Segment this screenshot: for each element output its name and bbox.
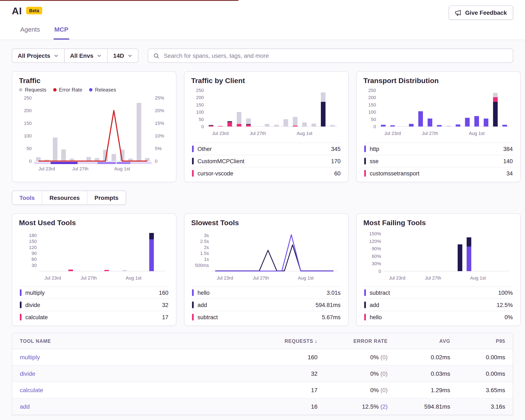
series-label: add [370, 302, 493, 308]
list-item[interactable]: hello 3.01s [191, 286, 341, 299]
slowest-tools-card: Slowest Tools 3s2.5s2s1.5s1s500msJul 23r… [184, 213, 349, 326]
traffic-chart: 25020015010050025%20%15%10%5%0Jul 23rdJu… [19, 94, 169, 174]
svg-text:Aug 1st: Aug 1st [114, 166, 130, 171]
list-item[interactable]: CustomMCPClient 170 [191, 155, 341, 167]
date-range-dropdown[interactable]: 14D [108, 48, 138, 63]
svg-text:30: 30 [32, 263, 37, 268]
list-item[interactable]: customssetransport 34 [363, 167, 514, 179]
env-filter-label: All Envs [70, 52, 94, 59]
series-color-pill [364, 289, 366, 296]
toggle-prompts[interactable]: Prompts [87, 191, 126, 204]
series-color-pill [364, 146, 366, 152]
list-item[interactable]: hello 0% [363, 311, 514, 323]
series-label: divide [25, 302, 158, 308]
tool-link[interactable]: divide [20, 370, 35, 377]
svg-text:Aug 1st: Aug 1st [470, 275, 486, 281]
series-label: cursor-vscode [197, 170, 330, 176]
toggle-tools[interactable]: Tools [12, 191, 42, 204]
svg-text:20%: 20% [155, 108, 164, 113]
tab-bar: Agents MCP [19, 25, 513, 40]
list-item[interactable]: multiply 160 [19, 286, 169, 299]
svg-text:150%: 150% [369, 231, 381, 236]
traffic-by-client-card: Traffic by Client 250200150100500Jul 23r… [184, 71, 349, 182]
list-item[interactable]: sse 140 [363, 155, 514, 167]
list-item[interactable]: subtract 5.67ms [191, 311, 341, 323]
svg-text:Jul 23rd: Jul 23rd [212, 131, 228, 136]
entity-toggle: Tools Resources Prompts [12, 191, 126, 205]
series-color-pill [192, 314, 194, 320]
series-color-pill [192, 301, 194, 308]
column-p95[interactable]: P95 [450, 333, 513, 349]
tool-link[interactable]: calculate [20, 387, 43, 393]
error-rate-cell: 12.5% (2) [318, 398, 388, 415]
legend-item-requests[interactable]: Requests [19, 87, 46, 93]
legend-label: Releases [95, 87, 116, 93]
list-item[interactable]: calculate 17 [19, 311, 169, 323]
svg-text:5%: 5% [155, 146, 162, 151]
list-item[interactable]: add 594.81ms [191, 299, 341, 311]
error-rate-cell: 0% (0) [318, 382, 388, 398]
list-item[interactable]: cursor-vscode 60 [191, 167, 341, 179]
error-count: (0) [380, 370, 388, 377]
svg-text:Jul 27th: Jul 27th [250, 131, 266, 136]
column-error-rate[interactable]: Error Rate [318, 333, 388, 349]
series-label: hello [370, 314, 501, 320]
list-item[interactable]: Other 345 [191, 143, 341, 155]
date-range-label: 14D [113, 52, 124, 59]
list-item[interactable]: divide 32 [19, 299, 169, 311]
series-value: 170 [331, 158, 341, 164]
series-value: 17 [162, 314, 169, 320]
list-item[interactable]: http 384 [363, 143, 514, 155]
traffic-by-client-chart: 250200150100500Jul 23rdJul 27thAug 1st [191, 87, 341, 140]
series-color-pill [20, 301, 21, 308]
series-value: 12.5% [497, 302, 513, 308]
svg-text:25%: 25% [155, 95, 164, 100]
project-filter-dropdown[interactable]: All Projects [12, 48, 65, 63]
list-item[interactable]: add 12.5% [363, 299, 514, 311]
column-tool-name[interactable]: Tool Name [12, 333, 247, 349]
series-label: Other [197, 146, 327, 152]
legend-item-error-rate[interactable]: Error Rate [53, 87, 82, 93]
svg-text:120%: 120% [369, 239, 381, 244]
svg-text:120: 120 [29, 245, 37, 250]
svg-text:250: 250 [368, 88, 376, 93]
env-filter-dropdown[interactable]: All Envs [65, 48, 108, 63]
give-feedback-button[interactable]: Give Feedback [449, 6, 513, 20]
svg-text:Jul 27th: Jul 27th [72, 166, 88, 171]
error-count: (0) [380, 354, 388, 361]
page-title: AI [12, 6, 22, 17]
series-value: 60 [334, 170, 341, 176]
error-rate-cell: 0% (0) [318, 349, 388, 365]
tab-mcp[interactable]: MCP [53, 25, 69, 40]
svg-text:Jul 23rd: Jul 23rd [45, 275, 61, 281]
svg-text:1s: 1s [204, 256, 209, 262]
svg-text:90%: 90% [372, 246, 381, 251]
tab-agents[interactable]: Agents [19, 25, 41, 40]
legend-item-releases[interactable]: Releases [89, 87, 116, 93]
column-requests[interactable]: Requests ↓ [247, 333, 318, 349]
svg-text:Jul 23rd: Jul 23rd [217, 275, 233, 281]
slowest-tools-chart: 3s2.5s2s1.5s1s500msJul 23rdJul 27thAug 1… [191, 229, 341, 284]
table-header-row: Tool Name Requests ↓ Error Rate Avg P95 [12, 333, 513, 349]
series-value: 5.67ms [322, 314, 341, 320]
tool-link[interactable]: add [20, 403, 30, 410]
avg-cell: 0.03ms [388, 365, 450, 382]
p95-cell: 0.00ms [450, 365, 513, 382]
error-rate-cell: 0% (0) [318, 365, 388, 382]
series-value: 32 [162, 302, 169, 308]
svg-text:Jul 23rd: Jul 23rd [389, 275, 405, 281]
most-used-tools-chart: 180150120906030Jul 23rdJul 27thAug 1st [19, 229, 169, 284]
search-input[interactable] [164, 52, 508, 59]
svg-text:180: 180 [29, 233, 37, 238]
svg-text:90: 90 [32, 251, 37, 256]
tool-link[interactable]: multiply [20, 354, 40, 361]
series-color-pill [192, 289, 194, 296]
p95-cell: 3.16s [450, 398, 513, 415]
svg-text:30%: 30% [372, 261, 381, 266]
table-row: add 16 12.5% (2) 594.81ms 3.16s [12, 398, 513, 415]
toggle-resources[interactable]: Resources [42, 191, 87, 204]
filter-bar: All Projects All Envs 14D [0, 40, 525, 63]
column-avg[interactable]: Avg [388, 333, 450, 349]
list-item[interactable]: subtract 100% [363, 286, 514, 299]
card-title: Traffic [19, 77, 169, 85]
